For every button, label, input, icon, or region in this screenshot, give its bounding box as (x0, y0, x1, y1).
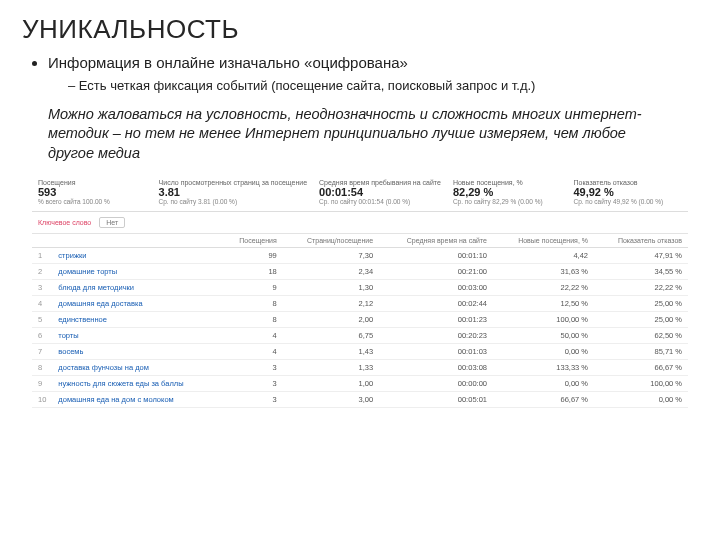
new-cell: 50,00 % (493, 328, 594, 344)
metric-card: Число просмотренных страниц за посещение… (153, 177, 314, 207)
new-cell: 100,00 % (493, 312, 594, 328)
visits-cell: 8 (222, 296, 283, 312)
dimension-tabbar: Ключевое слово Нет (32, 212, 688, 234)
table-row: 5 единственное 8 2,00 00:01:23 100,00 % … (32, 312, 688, 328)
new-cell: 133,33 % (493, 360, 594, 376)
dimension-toggle[interactable]: Нет (99, 217, 125, 228)
metric-value: 3.81 (159, 186, 308, 198)
keyword-cell[interactable]: восемь (52, 344, 221, 360)
slide-title: УНИКАЛЬНОСТЬ (22, 14, 698, 45)
time-cell: 00:01:23 (379, 312, 493, 328)
table-row: 3 блюда для методички 9 1,30 00:03:00 22… (32, 280, 688, 296)
paragraph: Можно жаловаться на условность, неоднозн… (48, 105, 668, 164)
table-row: 6 торты 4 6,75 00:20:23 50,00 % 62,50 % (32, 328, 688, 344)
metric-card: Средняя время пребывания на сайте 00:01:… (313, 177, 447, 207)
bullet-1-sub: Есть четкая фиксация событий (посещение … (68, 77, 698, 95)
metric-label: Новые посещения, % (453, 179, 562, 186)
visits-cell: 8 (222, 312, 283, 328)
row-index: 10 (32, 392, 52, 408)
time-cell: 00:03:08 (379, 360, 493, 376)
table-row: 7 восемь 4 1,43 00:01:03 0,00 % 85,71 % (32, 344, 688, 360)
metric-sub: Ср. по сайту 3.81 (0.00 %) (159, 198, 308, 205)
dimension-label: Ключевое слово (38, 219, 91, 226)
keyword-cell[interactable]: домашняя еда на дом с молоком (52, 392, 221, 408)
table-row: 1 стрижки 99 7,30 00:01:10 4,42 47,91 % (32, 248, 688, 264)
bounce-cell: 34,55 % (594, 264, 688, 280)
metric-value: 00:01:54 (319, 186, 441, 198)
col-header: Показатель отказов (594, 234, 688, 248)
visits-cell: 3 (222, 392, 283, 408)
time-cell: 00:03:00 (379, 280, 493, 296)
visits-cell: 3 (222, 376, 283, 392)
keyword-cell[interactable]: единственное (52, 312, 221, 328)
keyword-cell[interactable]: доставка фунчозы на дом (52, 360, 221, 376)
visits-cell: 3 (222, 360, 283, 376)
visits-cell: 99 (222, 248, 283, 264)
new-cell: 66,67 % (493, 392, 594, 408)
bounce-cell: 22,22 % (594, 280, 688, 296)
table-row: 2 домашние торты 18 2,34 00:21:00 31,63 … (32, 264, 688, 280)
col-header: Средняя время на сайте (379, 234, 493, 248)
visits-cell: 4 (222, 328, 283, 344)
row-index: 7 (32, 344, 52, 360)
metric-label: Средняя время пребывания на сайте (319, 179, 441, 186)
new-cell: 4,42 (493, 248, 594, 264)
keyword-cell[interactable]: торты (52, 328, 221, 344)
row-index: 5 (32, 312, 52, 328)
col-header (52, 234, 221, 248)
time-cell: 00:21:00 (379, 264, 493, 280)
col-header (32, 234, 52, 248)
time-cell: 00:02:44 (379, 296, 493, 312)
bounce-cell: 25,00 % (594, 312, 688, 328)
bounce-cell: 85,71 % (594, 344, 688, 360)
metric-value: 82,29 % (453, 186, 562, 198)
new-cell: 0,00 % (493, 376, 594, 392)
pages-cell: 7,30 (283, 248, 379, 264)
visits-cell: 4 (222, 344, 283, 360)
bounce-cell: 25,00 % (594, 296, 688, 312)
table-row: 10 домашняя еда на дом с молоком 3 3,00 … (32, 392, 688, 408)
keyword-cell[interactable]: домашние торты (52, 264, 221, 280)
metric-label: Посещения (38, 179, 147, 186)
table-row: 8 доставка фунчозы на дом 3 1,33 00:03:0… (32, 360, 688, 376)
pages-cell: 2,12 (283, 296, 379, 312)
visits-cell: 9 (222, 280, 283, 296)
metric-sub: Ср. по сайту 00:01:54 (0.00 %) (319, 198, 441, 205)
time-cell: 00:05:01 (379, 392, 493, 408)
pages-cell: 1,43 (283, 344, 379, 360)
pages-cell: 1,30 (283, 280, 379, 296)
row-index: 9 (32, 376, 52, 392)
table-row: 4 домашняя еда доставка 8 2,12 00:02:44 … (32, 296, 688, 312)
analytics-screenshot: Посещения 593 % всего сайта 100.00 %Числ… (32, 177, 688, 408)
metric-card: Показатель отказов 49,92 % Ср. по сайту … (567, 177, 688, 207)
keyword-cell[interactable]: блюда для методички (52, 280, 221, 296)
table-row: 9 нужность для сюжета еды за баллы 3 1,0… (32, 376, 688, 392)
keywords-table: ПосещенияСтраниц/посещениеСредняя время … (32, 234, 688, 408)
row-index: 1 (32, 248, 52, 264)
bullet-1-text: Информация в онлайне изначально «оцифров… (48, 54, 408, 71)
pages-cell: 3,00 (283, 392, 379, 408)
metric-label: Показатель отказов (573, 179, 682, 186)
metric-card: Посещения 593 % всего сайта 100.00 % (32, 177, 153, 207)
new-cell: 0,00 % (493, 344, 594, 360)
bullet-1: Информация в онлайне изначально «оцифров… (48, 53, 698, 95)
keyword-cell[interactable]: домашняя еда доставка (52, 296, 221, 312)
pages-cell: 2,00 (283, 312, 379, 328)
keyword-cell[interactable]: стрижки (52, 248, 221, 264)
metric-card: Новые посещения, % 82,29 % Ср. по сайту … (447, 177, 568, 207)
time-cell: 00:00:00 (379, 376, 493, 392)
time-cell: 00:20:23 (379, 328, 493, 344)
bounce-cell: 66,67 % (594, 360, 688, 376)
visits-cell: 18 (222, 264, 283, 280)
pages-cell: 2,34 (283, 264, 379, 280)
bounce-cell: 62,50 % (594, 328, 688, 344)
metric-value: 49,92 % (573, 186, 682, 198)
pages-cell: 6,75 (283, 328, 379, 344)
keyword-cell[interactable]: нужность для сюжета еды за баллы (52, 376, 221, 392)
row-index: 4 (32, 296, 52, 312)
time-cell: 00:01:03 (379, 344, 493, 360)
col-header: Страниц/посещение (283, 234, 379, 248)
bounce-cell: 100,00 % (594, 376, 688, 392)
new-cell: 12,50 % (493, 296, 594, 312)
col-header: Новые посещения, % (493, 234, 594, 248)
